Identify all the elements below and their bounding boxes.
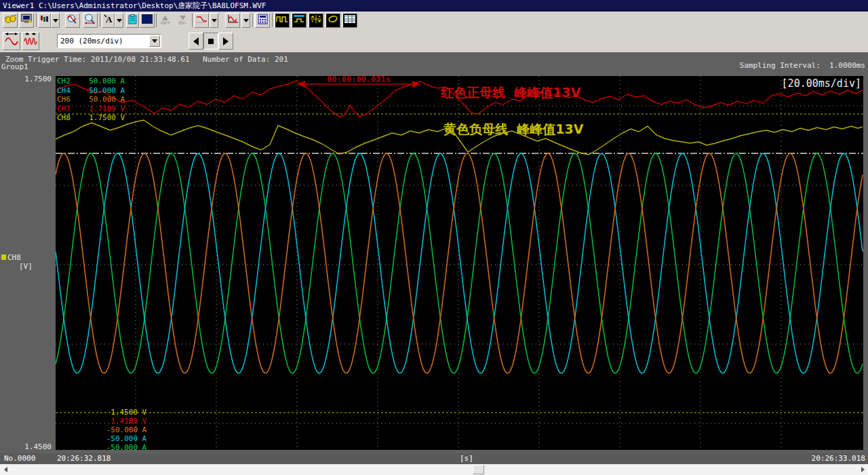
red-bus-annotation: 红色正母线 峰峰值13V [441, 84, 580, 102]
channel-marker-icon [1, 254, 6, 260]
step-forward-icon [223, 37, 229, 45]
scale-wave-dropdown[interactable] [241, 13, 250, 28]
scale-axis-icon [227, 14, 239, 26]
waveform-plot-area[interactable]: CH250.000A CH450.000A CH650.000A CH71.71… [56, 76, 863, 450]
stop-icon [208, 39, 214, 44]
chevron-down-icon [53, 19, 58, 22]
pan-waveform-button[interactable] [83, 13, 98, 28]
scale-wave-button[interactable] [225, 13, 240, 28]
channel-row: CH450.000A [57, 86, 125, 96]
channel-row: CH71.7189V [57, 104, 125, 114]
channel-settings-button[interactable] [38, 13, 51, 28]
group-down-icon: Gr- [178, 16, 186, 26]
window-title: Viewer1 C:\Users\Administrator\Desktop\唐… [3, 1, 266, 10]
scroll-left-icon [4, 467, 7, 472]
value-row: -50.000A [61, 434, 146, 443]
step-forward-button[interactable] [218, 33, 233, 50]
window-wave-icon [293, 14, 305, 26]
playback-toolbar: 200 (20ms/div) 慢 快 [0, 30, 868, 53]
viewer-glasses-icon [5, 14, 16, 26]
group-down-button[interactable]: Gr- [175, 13, 190, 28]
step-back-button[interactable] [189, 33, 203, 50]
chevron-down-icon [117, 19, 122, 22]
cursor-measure-dropdown[interactable] [210, 13, 218, 28]
x-unit-label: [s] [460, 453, 473, 464]
channel-bars-icon [40, 14, 49, 26]
status-bar: No.0000 20:26:32.818 [s] 20:26:33.018 [0, 453, 868, 464]
channel-row: CH650.000A [57, 95, 125, 104]
chevron-down-icon [152, 39, 157, 43]
value-row: -50.000A [61, 425, 146, 434]
clipboard-icon [128, 14, 137, 27]
group-up-button[interactable]: Gr+ [158, 13, 173, 28]
window-title-bar: Viewer1 C:\Users\Administrator\Desktop\唐… [0, 0, 868, 12]
channel-readout-top: CH250.000A CH450.000A CH650.000A CH71.71… [57, 77, 125, 123]
trigger-time-label: Zoom Trigger Time: 2011/10/08 21:33:48.6… [5, 55, 190, 64]
color-swatch-button[interactable] [140, 13, 155, 28]
xy-view-button[interactable] [326, 13, 340, 28]
channel-settings-dropdown[interactable] [51, 13, 60, 28]
calculator-icon [258, 14, 268, 27]
list-view-button[interactable] [342, 13, 357, 28]
y-axis-bottom-label: 1.4500 [5, 442, 52, 451]
ty-waveform-icon [276, 14, 288, 26]
scrollbar-thumb[interactable] [473, 465, 484, 474]
sampling-interval-label: Sampling Interval: 1.0000ms [740, 61, 865, 70]
group-label: Group1 [1, 62, 28, 71]
wave-expand-button[interactable] [3, 32, 20, 50]
y-axis-top-label: 1.7500 [5, 75, 52, 83]
table-grid-icon [344, 14, 356, 26]
annotation-dropdown[interactable] [115, 13, 123, 28]
open-viewer-button[interactable] [3, 13, 18, 28]
group-up-icon: Gr+ [161, 16, 170, 26]
xy-ellipse-icon [327, 14, 339, 26]
time-span-label: 00:00:00.031s [311, 75, 406, 84]
cursor-level-icon [196, 14, 208, 26]
main-toolbar: A Gr+ Gr- [0, 12, 868, 31]
data-count-label: Number of Data: 201 [203, 55, 288, 64]
value-row: -50.000A [61, 443, 146, 452]
y-axis-unit-label: [V] [19, 262, 33, 271]
svg-text:A: A [106, 14, 113, 24]
zoom-range-select[interactable]: 200 (20ms/div) [57, 34, 161, 48]
scroll-right-icon [861, 467, 865, 472]
value-row: 1.4189V [61, 417, 146, 425]
end-time-label: 20:26:33.018 [812, 453, 865, 464]
value-row: 1.4500V [61, 408, 146, 417]
scroll-right-button[interactable] [857, 464, 868, 475]
annotation-button[interactable]: A [102, 13, 115, 28]
chevron-down-icon [212, 19, 217, 22]
zoom-waveform-button[interactable] [65, 13, 80, 28]
chevron-down-icon [243, 19, 249, 22]
timebase-label: [20.00ms/div] [782, 77, 861, 90]
start-time-label: 20:26:32.818 [57, 453, 111, 464]
pan-horizontal-icon [84, 14, 96, 27]
wave-expand-icon [4, 32, 19, 51]
calculator-button[interactable] [255, 13, 270, 28]
wave-compress-icon [23, 32, 38, 51]
horizontal-scrollbar[interactable] [0, 464, 868, 475]
y-axis-channel-label: CH8 [7, 253, 21, 262]
scroll-left-button[interactable] [0, 464, 11, 475]
tile-arrows-icon [310, 14, 322, 26]
zoom-range-value: 200 (20ms/div) [60, 37, 123, 45]
tile-view-button[interactable] [309, 13, 323, 28]
cursor-measure-button[interactable] [194, 13, 209, 28]
record-number-label: No.0000 [4, 453, 35, 464]
yellow-bus-annotation: 黄色负母线 峰峰值13V [443, 121, 583, 138]
color-box-icon [142, 14, 153, 26]
monitor-icon [21, 14, 33, 27]
channel-row: CH81.7500V [57, 113, 125, 123]
annotation-a-icon: A [104, 14, 113, 26]
zoom-window-view-button[interactable] [292, 13, 307, 28]
ty-view-button[interactable] [275, 13, 290, 28]
viewer-workspace: Zoom Trigger Time: 2011/10/08 21:33:48.6… [0, 52, 868, 453]
wave-compress-button[interactable] [22, 32, 39, 50]
combo-dropdown-button[interactable] [149, 35, 160, 47]
channel-row: CH250.000A [57, 77, 125, 86]
zoom-waveform-icon [66, 14, 79, 27]
clipboard-button[interactable] [126, 13, 139, 28]
monitor-button[interactable] [19, 13, 34, 28]
step-back-icon [193, 37, 199, 45]
stop-button[interactable] [203, 33, 218, 50]
